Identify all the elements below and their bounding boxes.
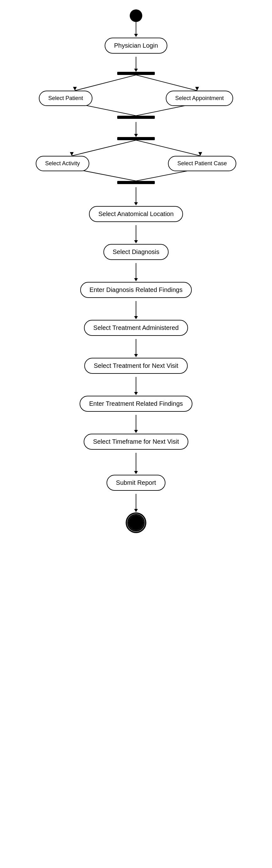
svg-marker-1 — [73, 87, 77, 91]
join-bar-2 — [117, 181, 155, 184]
arrow-3 — [136, 122, 136, 134]
select-treatment-next-node: Select Treatment for Next Visit — [84, 358, 188, 374]
svg-marker-3 — [195, 87, 199, 91]
select-timeframe-node: Select Timeframe for Next Visit — [84, 434, 188, 450]
svg-line-0 — [75, 75, 136, 91]
svg-line-6 — [72, 140, 136, 156]
arrow-8 — [136, 339, 136, 355]
svg-line-8 — [136, 140, 200, 156]
select-patient-node: Select Patient — [39, 91, 93, 106]
physician-login-node: Physician Login — [105, 38, 167, 54]
arrow-11 — [136, 453, 136, 472]
select-diagnosis-node: Select Diagnosis — [103, 244, 169, 260]
fork-bar-2 — [117, 137, 155, 140]
arrow-12 — [136, 494, 136, 509]
select-appointment-node: Select Appointment — [166, 91, 233, 106]
arrow-7 — [136, 301, 136, 317]
svg-line-2 — [136, 75, 197, 91]
enter-treatment-node: Enter Treatment Related Findings — [79, 396, 192, 412]
arrow-10 — [136, 415, 136, 431]
start-node — [130, 9, 142, 22]
diagram-container: Physician Login Select Patient — [0, 0, 272, 868]
svg-marker-7 — [70, 152, 74, 156]
end-node — [129, 515, 143, 530]
fork-section-1: Select Patient Select Appointment — [26, 75, 246, 116]
svg-marker-9 — [198, 152, 202, 156]
select-treatment-admin-node: Select Treatment Administered — [84, 320, 188, 336]
fork-bar-1 — [117, 72, 155, 75]
select-anatomical-node: Select Anatomical Location — [89, 206, 183, 222]
arrow-2 — [136, 57, 136, 69]
arrow-4 — [136, 187, 136, 203]
arrow-5 — [136, 225, 136, 241]
arrow-1 — [136, 22, 136, 34]
arrow-6 — [136, 263, 136, 279]
select-patient-case-node: Select Patient Case — [168, 156, 236, 171]
submit-report-node: Submit Report — [106, 475, 166, 491]
fork-section-2: Select Activity Select Patient Case — [26, 140, 246, 181]
arrow-9 — [136, 377, 136, 393]
enter-diagnosis-node: Enter Diagnosis Related Findings — [80, 282, 192, 298]
select-activity-node: Select Activity — [36, 156, 89, 171]
join-bar-1 — [117, 116, 155, 119]
